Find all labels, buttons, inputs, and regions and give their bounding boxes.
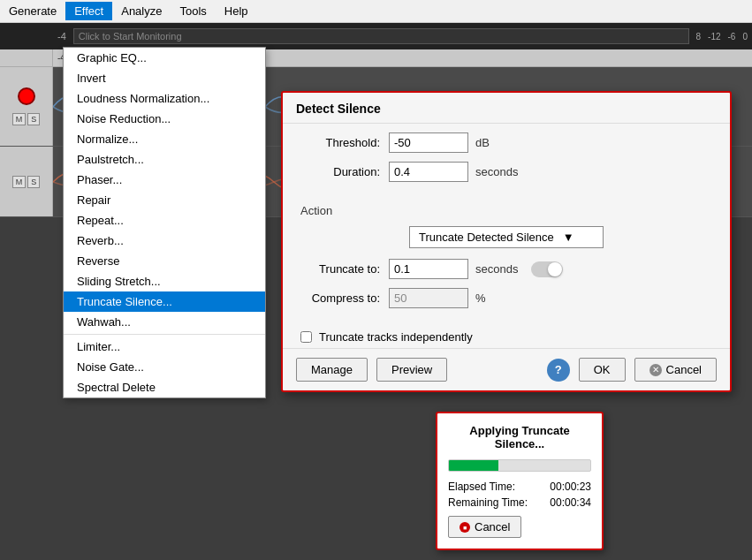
mute-btn[interactable]: M xyxy=(12,113,27,125)
elapsed-value: 00:00:23 xyxy=(550,481,591,493)
ok-button[interactable]: OK xyxy=(579,358,626,382)
menu-item-graphic-eq[interactable]: Graphic EQ... xyxy=(64,48,265,68)
preview-button[interactable]: Preview xyxy=(376,358,447,382)
elapsed-row: Elapsed Time: 00:00:23 xyxy=(448,481,591,493)
truncate-to-label: Truncate to: xyxy=(300,262,389,276)
dialog-title: Detect Silence xyxy=(283,93,730,124)
detect-silence-dialog: Detect Silence Threshold: dB Duration: s… xyxy=(281,91,732,392)
toggle-switch[interactable] xyxy=(531,261,563,277)
remaining-row: Remaining Time: 00:00:34 xyxy=(448,496,591,509)
action-dropdown: Truncate Detected Silence ▼ xyxy=(300,226,712,248)
stop-icon xyxy=(460,522,470,533)
main-content: -4 Click to Start Monitoring 8 -12 -6 0 … xyxy=(0,23,752,559)
menubar: Generate Effect Analyze Tools Help xyxy=(0,0,752,23)
menu-divider xyxy=(64,334,265,335)
mute-btn-2[interactable]: M xyxy=(12,176,27,188)
menu-item-wahwah[interactable]: Wahwah... xyxy=(64,312,265,332)
action-select[interactable]: Truncate Detected Silence ▼ xyxy=(409,226,604,248)
menu-item-invert[interactable]: Invert xyxy=(64,68,265,88)
checkbox-row: Truncate tracks independently xyxy=(283,326,730,348)
progress-bar-container xyxy=(448,459,591,472)
compress-to-input[interactable] xyxy=(389,288,468,308)
threshold-label: Threshold: xyxy=(300,136,389,149)
progress-cancel-button[interactable]: Cancel xyxy=(448,516,521,538)
menu-item-noise-reduction[interactable]: Noise Reduction... xyxy=(64,109,265,129)
toggle-knob xyxy=(548,262,562,276)
remaining-value: 00:00:34 xyxy=(550,496,591,509)
menu-item-limiter[interactable]: Limiter... xyxy=(64,337,265,357)
track-1-controls: M S xyxy=(0,67,53,146)
elapsed-label: Elapsed Time: xyxy=(448,481,515,493)
menu-item-phaser[interactable]: Phaser... xyxy=(64,170,265,190)
threshold-input[interactable] xyxy=(389,132,468,153)
compress-to-label: Compress to: xyxy=(300,291,389,305)
threshold-section: Threshold: dB Duration: seconds xyxy=(283,124,730,200)
duration-unit: seconds xyxy=(475,165,518,178)
effect-dropdown-menu: Graphic EQ... Invert Loudness Normalizat… xyxy=(63,47,266,398)
compress-to-unit: % xyxy=(475,291,486,305)
truncate-to-unit: seconds xyxy=(475,262,518,276)
monitoring-label: Click to Start Monitoring xyxy=(79,31,182,42)
menu-item-spectral-delete[interactable]: Spectral Delete xyxy=(64,377,265,397)
truncate-to-input[interactable] xyxy=(389,259,468,279)
menu-item-paulstretch[interactable]: Paulstretch... xyxy=(64,149,265,170)
action-select-arrow-icon: ▼ xyxy=(563,231,574,244)
duration-row: Duration: seconds xyxy=(300,162,712,182)
menu-item-repeat[interactable]: Repeat... xyxy=(64,210,265,231)
action-title: Action xyxy=(300,204,712,217)
duration-label: Duration: xyxy=(300,165,389,178)
menu-analyze[interactable]: Analyze xyxy=(112,2,171,20)
track-2-controls: M S xyxy=(0,147,53,216)
menu-item-repair[interactable]: Repair xyxy=(64,190,265,210)
threshold-row: Threshold: dB xyxy=(300,132,712,153)
record-button[interactable] xyxy=(18,87,35,105)
truncate-tracks-label: Truncate tracks independently xyxy=(319,330,473,344)
menu-generate[interactable]: Generate xyxy=(0,2,65,20)
progress-dialog: Applying Truncate Silence... Elapsed Tim… xyxy=(436,412,604,550)
manage-button[interactable]: Manage xyxy=(296,358,368,382)
help-button[interactable]: ? xyxy=(547,359,570,382)
menu-item-reverb[interactable]: Reverb... xyxy=(64,231,265,251)
menu-help[interactable]: Help xyxy=(216,2,257,20)
cancel-icon: ✕ xyxy=(649,364,662,376)
menu-item-loudness-norm[interactable]: Loudness Normalization... xyxy=(64,88,265,109)
threshold-unit: dB xyxy=(475,136,490,149)
dialog-buttons: Manage Preview ? OK ✕ Cancel xyxy=(283,348,730,390)
menu-item-reverse[interactable]: Reverse xyxy=(64,251,265,271)
menu-item-sliding-stretch[interactable]: Sliding Stretch... xyxy=(64,271,265,291)
solo-btn-2[interactable]: S xyxy=(27,176,40,188)
menu-item-truncate-silence[interactable]: Truncate Silence... xyxy=(64,291,265,312)
progress-bar-fill xyxy=(449,460,498,471)
cancel-label: Cancel xyxy=(666,363,702,376)
truncate-tracks-checkbox[interactable] xyxy=(300,331,312,343)
menu-tools[interactable]: Tools xyxy=(171,2,215,20)
solo-btn[interactable]: S xyxy=(27,113,40,125)
menu-effect[interactable]: Effect xyxy=(65,2,112,20)
compress-to-row: Compress to: % xyxy=(300,288,712,308)
remaining-label: Remaining Time: xyxy=(448,496,528,509)
menu-item-normalize[interactable]: Normalize... xyxy=(64,129,265,149)
action-select-value: Truncate Detected Silence xyxy=(419,231,554,244)
action-section: Action Truncate Detected Silence ▼ Trunc… xyxy=(283,200,730,326)
duration-input[interactable] xyxy=(389,162,468,182)
truncate-to-row: Truncate to: seconds xyxy=(300,259,712,279)
cancel-button[interactable]: ✕ Cancel xyxy=(634,358,717,382)
progress-cancel-label: Cancel xyxy=(475,520,510,534)
progress-title: Applying Truncate Silence... xyxy=(448,424,591,450)
menu-item-noise-gate[interactable]: Noise Gate... xyxy=(64,357,265,377)
